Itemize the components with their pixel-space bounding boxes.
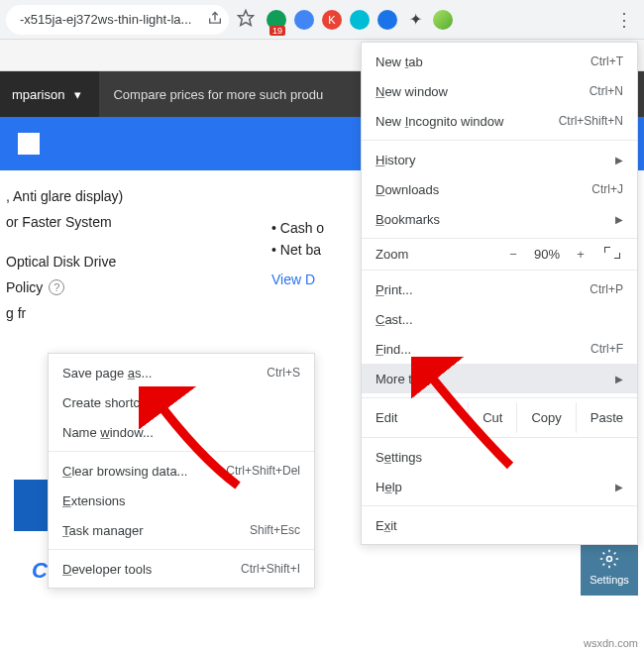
submenu-create-shortcut[interactable]: Create shortcut... — [49, 387, 314, 417]
menu-cast[interactable]: Cast... — [362, 304, 637, 334]
extension-icon[interactable] — [350, 10, 370, 30]
submenu-clear-data[interactable]: Clear browsing data...Ctrl+Shift+Del — [49, 456, 314, 486]
chevron-down-icon: ▾ — [74, 87, 81, 102]
settings-label: Settings — [590, 574, 629, 586]
url-text: -x515ja-ej372ws-thin-light-la... — [20, 12, 191, 27]
menu-history[interactable]: History▶ — [362, 145, 637, 174]
help-icon[interactable]: ? — [49, 279, 64, 295]
more-tools-submenu: Save page as...Ctrl+S Create shortcut...… — [48, 353, 315, 589]
profile-avatar[interactable] — [433, 10, 453, 30]
zoom-in-button[interactable]: + — [570, 247, 591, 262]
extension-icon[interactable]: K — [322, 10, 342, 30]
comparison-button[interactable]: mparison ▾ — [0, 71, 99, 117]
gear-icon — [599, 549, 619, 571]
bullet-list: • Cash o • Net ba View D — [271, 214, 324, 293]
menu-find[interactable]: Find...Ctrl+F — [362, 334, 637, 364]
submenu-name-window[interactable]: Name window... — [49, 417, 314, 447]
menu-incognito[interactable]: New Incognito windowCtrl+Shift+N — [362, 106, 637, 136]
menu-cut[interactable]: Cut — [468, 402, 516, 433]
menu-more-tools[interactable]: More tools▶ — [362, 364, 637, 393]
share-icon[interactable] — [207, 10, 223, 29]
menu-zoom: Zoom − 90% + — [362, 243, 637, 266]
address-bar[interactable]: -x515ja-ej372ws-thin-light-la... — [6, 5, 229, 35]
menu-new-tab[interactable]: New tabCtrl+T — [362, 47, 637, 76]
view-link[interactable]: View D — [271, 272, 324, 287]
zoom-value: 90% — [534, 247, 560, 262]
watermark: wsxdn.com — [584, 637, 638, 649]
extension-icon[interactable] — [294, 10, 314, 30]
chrome-main-menu: New tabCtrl+T New windowCtrl+N New Incog… — [361, 42, 638, 545]
menu-print[interactable]: Print...Ctrl+P — [362, 274, 637, 304]
extension-icons: 19 K ✦ — [267, 10, 453, 30]
extension-icon[interactable] — [377, 10, 397, 30]
bullet-item: • Cash o — [271, 220, 324, 236]
submenu-extensions[interactable]: Extensions — [49, 486, 314, 515]
puzzle-icon[interactable]: ✦ — [405, 10, 425, 30]
menu-edit-row: Edit Cut Copy Paste — [362, 402, 637, 433]
submenu-task-manager[interactable]: Task managerShift+Esc — [49, 515, 314, 545]
svg-marker-0 — [239, 10, 254, 25]
menu-settings[interactable]: Settings — [362, 442, 637, 472]
zoom-out-button[interactable]: − — [502, 247, 524, 262]
bookmark-star-icon[interactable] — [237, 9, 255, 31]
menu-exit[interactable]: Exit — [362, 510, 637, 540]
menu-copy[interactable]: Copy — [516, 402, 575, 433]
svg-point-4 — [607, 556, 612, 561]
comparison-label: mparison — [12, 87, 64, 102]
menu-bookmarks[interactable]: Bookmarks▶ — [362, 204, 637, 234]
settings-floating-button[interactable]: Settings — [581, 538, 638, 596]
browser-toolbar: -x515ja-ej372ws-thin-light-la... 19 K ✦ … — [0, 0, 644, 40]
extension-icon[interactable]: 19 — [267, 10, 286, 30]
site-logo[interactable] — [18, 133, 40, 155]
comparison-text: Compare prices for more such produ — [99, 87, 337, 102]
bullet-item: • Net ba — [271, 242, 324, 258]
menu-downloads[interactable]: DownloadsCtrl+J — [362, 174, 637, 204]
chrome-menu-button[interactable]: ⋮ — [610, 6, 638, 34]
fullscreen-button[interactable] — [601, 247, 623, 262]
menu-paste[interactable]: Paste — [576, 402, 637, 433]
menu-new-window[interactable]: New windowCtrl+N — [362, 76, 637, 106]
menu-help[interactable]: Help▶ — [362, 472, 637, 501]
badge: 19 — [269, 26, 285, 36]
fullscreen-icon — [604, 247, 620, 259]
submenu-developer-tools[interactable]: Developer toolsCtrl+Shift+I — [49, 554, 314, 584]
submenu-save-page[interactable]: Save page as...Ctrl+S — [49, 358, 314, 387]
